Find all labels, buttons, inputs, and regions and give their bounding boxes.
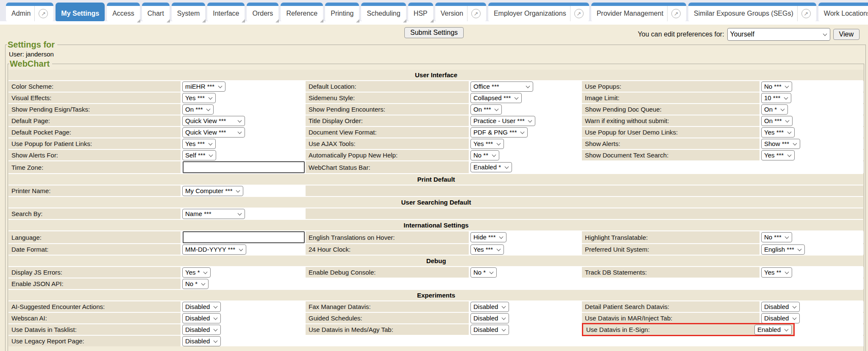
tab-system[interactable]: System (172, 3, 205, 21)
submit-settings-button[interactable]: Submit Settings (404, 27, 464, 38)
field-label-warn-if-exiting-without-submit: Warn if exiting without submit: (582, 115, 760, 126)
preferred-unit-system-select[interactable]: English *** (761, 244, 805, 255)
tab-work-locations[interactable]: Work Locations↗ (818, 3, 868, 21)
show-pending-doc-queue-select[interactable]: On * (761, 104, 788, 115)
tab-reference[interactable]: Reference (281, 3, 323, 21)
image-limit-select[interactable]: 10 *** (761, 93, 791, 103)
field-label-highlight-translatable: Highlight Translatable: (582, 231, 760, 243)
use-datavis-in-e-sign-select[interactable]: Enabled (754, 325, 792, 335)
time-zone-input[interactable] (183, 161, 305, 173)
webchart-status-bar-select[interactable]: Enabled * (470, 162, 512, 172)
use-legacy-report-page-select[interactable]: Disabled (182, 336, 221, 346)
date-format-select[interactable]: MM-DD-YYYY *** (182, 244, 246, 255)
tab-orders[interactable]: Orders (247, 3, 278, 21)
use-popups-select[interactable]: No *** (761, 81, 792, 92)
use-datavis-in-tasklist-select[interactable]: Disabled (182, 325, 221, 335)
english-translations-on-hover-select[interactable]: Hide *** (470, 232, 506, 242)
enable-debug-console-select[interactable]: No * (470, 267, 497, 278)
tab-chart[interactable]: Chart (142, 3, 170, 21)
empty-cell (306, 278, 581, 289)
field-label-use-popups: Use Popups: (582, 81, 760, 92)
tab-admin[interactable]: Admin↗ (6, 3, 53, 21)
24-hour-clock-select[interactable]: Yes *** (470, 244, 504, 255)
detail-patient-search-datavis-select[interactable]: Disabled (761, 302, 800, 312)
use-popup-for-user-demo-links-select[interactable]: Yes *** (761, 127, 795, 138)
tab-access[interactable]: Access (107, 3, 140, 21)
document-view-format-select[interactable]: PDF & PNG *** (470, 127, 528, 138)
field-label-fax-manager-datavis: Fax Manager Datavis: (306, 301, 469, 312)
use-popup-for-patient-links-select[interactable]: Yes *** (182, 139, 216, 149)
field-label-default-pocket-page: Default Pocket Page: (8, 127, 181, 138)
external-link-icon[interactable]: ↗ (671, 9, 681, 18)
field-value-use-datavis-in-meds-agy-tab: Disabled (470, 324, 581, 335)
page-content: You can edit preferences for: Yourself V… (0, 25, 868, 351)
tab-interface[interactable]: Interface (207, 3, 245, 21)
warn-if-exiting-without-submit-select[interactable]: On *** (761, 116, 793, 126)
section-header-user-searching-default: User Searching Default (8, 197, 864, 208)
preferences-label: You can edit preferences for: (638, 31, 724, 38)
enable-json-api-select[interactable]: No * (182, 279, 209, 289)
field-label-show-pending-esign-tasks: Show Pending Esign/Tasks: (8, 104, 181, 115)
tab-my-settings[interactable]: My Settings (56, 3, 105, 21)
tab-similar-exposure-groups-segs[interactable]: Similar Exposure Groups (SEGs)↗ (688, 3, 816, 21)
visual-effects-select[interactable]: Yes *** (182, 93, 216, 103)
fax-manager-datavis-select[interactable]: Disabled (470, 302, 509, 312)
show-document-text-search-select[interactable]: Yes *** (761, 150, 795, 160)
show-alerts-select[interactable]: Show *** (761, 139, 800, 149)
field-label-enable-debug-console: Enable Debug Console: (306, 267, 469, 278)
field-label-visual-effects: Visual Effects: (8, 93, 181, 103)
tab-cap (488, 3, 589, 6)
user-line: User: janderson (9, 51, 865, 58)
title-display-order-select[interactable]: Practice - User *** (470, 116, 535, 126)
language-input[interactable] (183, 231, 305, 243)
guided-schedules-select[interactable]: Disabled (470, 313, 509, 323)
tab-version[interactable]: Version↗ (435, 3, 486, 21)
tab-label: Work Locations (824, 10, 868, 17)
use-datavis-in-meds-agy-tab-select[interactable]: Disabled (470, 325, 509, 335)
highlight-translatable-select[interactable]: No *** (761, 232, 792, 242)
use-ajax-tools-select[interactable]: Yes *** (470, 139, 504, 149)
webscan-ai-select[interactable]: Disabled (182, 313, 221, 323)
sidemenu-style-select[interactable]: Collapsed *** (470, 93, 522, 103)
display-js-errors-select[interactable]: Yes * (182, 267, 211, 278)
track-db-statements-select[interactable]: Yes ** (761, 267, 792, 278)
tab-scheduling[interactable]: Scheduling (361, 3, 406, 21)
external-link-icon[interactable]: ↗ (39, 9, 48, 18)
tab-body: Work Locations↗ (818, 6, 868, 21)
tab-body: My Settings (56, 6, 105, 21)
search-by-select[interactable]: Name *** (182, 209, 245, 219)
show-pending-doc-queue-select-wrap: On * (761, 104, 788, 115)
tab-printing[interactable]: Printing (325, 3, 359, 21)
default-pocket-page-select-wrap: Quick View *** (182, 127, 245, 138)
default-location-select[interactable]: Office *** (470, 81, 533, 92)
color-scheme-select-wrap: miEHR *** (182, 81, 225, 92)
color-scheme-select[interactable]: miEHR *** (182, 81, 225, 92)
field-label-detail-patient-search-datavis: Detail Patient Search Datavis: (582, 301, 760, 312)
use-datavis-in-mar-inject-tab-select[interactable]: Disabled (761, 313, 800, 323)
tab-provider-management[interactable]: Provider Management↗ (591, 3, 686, 21)
external-link-icon[interactable]: ↗ (574, 9, 584, 18)
field-value-fax-manager-datavis: Disabled (470, 301, 581, 312)
tab-body: Interface (207, 6, 245, 21)
external-link-icon[interactable]: ↗ (801, 9, 811, 18)
show-alerts-for-select[interactable]: Self *** (182, 150, 216, 160)
show-pending-esign-tasks-select[interactable]: On *** (182, 104, 214, 115)
default-page-select[interactable]: Quick View *** (182, 116, 245, 126)
external-link-icon[interactable]: ↗ (471, 9, 481, 18)
printer-name-select[interactable]: My Computer *** (182, 186, 243, 196)
view-button[interactable]: View (833, 29, 860, 40)
tab-employer-organizations[interactable]: Employer Organizations↗ (488, 3, 589, 21)
field-label-language: Language: (8, 231, 181, 243)
automatically-popup-new-help-select[interactable]: No ** (470, 150, 499, 160)
default-pocket-page-select[interactable]: Quick View *** (182, 127, 245, 138)
date-format-select-wrap: MM-DD-YYYY *** (182, 244, 246, 255)
settings-for-fieldset: Settings for User: janderson WebChart Us… (5, 40, 866, 351)
show-pending-encounters-select[interactable]: On *** (470, 104, 502, 115)
tab-hsp[interactable]: HSP (408, 3, 433, 21)
field-label-search-by: Search By: (8, 208, 181, 219)
field-label-image-limit: Image Limit: (582, 93, 760, 103)
preferences-select[interactable]: Yourself (727, 28, 830, 41)
tab-body: Scheduling (361, 6, 406, 21)
ai-suggested-encounter-actions-select[interactable]: Disabled (182, 302, 221, 312)
field-value-display-js-errors: Yes * (181, 267, 305, 278)
